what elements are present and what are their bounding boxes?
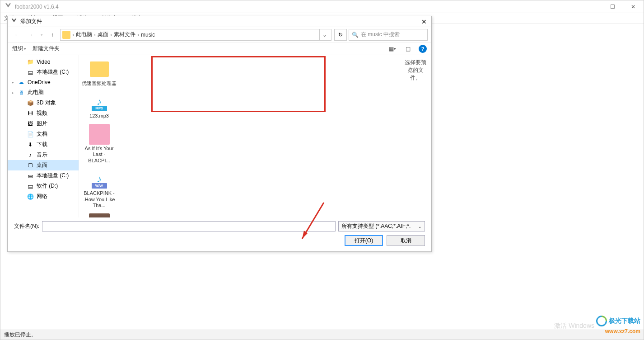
- sidebar[interactable]: 📁Video🖴本地磁盘 (C:)▸☁OneDrive▸🖥此电脑📦3D 对象🎞视频…: [8, 55, 79, 217]
- sidebar-item-label: 3D 对象: [37, 99, 56, 107]
- preview-hint: 选择要预览的文件。: [405, 59, 426, 81]
- dialog-titlebar: 添加文件 ✕: [8, 16, 431, 27]
- sidebar-item[interactable]: 📦3D 对象: [8, 98, 79, 108]
- search-box[interactable]: 🔍 在 music 中搜索: [349, 29, 428, 41]
- svg-marker-1: [302, 231, 308, 239]
- sidebar-item-label: 此电脑: [28, 89, 44, 96]
- file-thumb: [89, 124, 110, 145]
- new-folder-button[interactable]: 新建文件夹: [33, 45, 60, 52]
- sidebar-item-label: Video: [37, 59, 50, 65]
- sidebar-item-label: 软件 (D:): [37, 182, 58, 190]
- preview-pane-toggle[interactable]: ◫: [403, 44, 412, 53]
- dialog-toolbar: 组织 ▾ 新建文件夹 ▦ ▾ ◫ ?: [8, 42, 431, 55]
- dialog-body: 📁Video🖴本地磁盘 (C:)▸☁OneDrive▸🖥此电脑📦3D 对象🎞视频…: [8, 55, 431, 217]
- sidebar-item-label: 网络: [37, 193, 47, 200]
- file-item[interactable]: ♪WAVBLACKPINK - .How You Like Tha...: [82, 169, 117, 209]
- sidebar-item[interactable]: ▸🖥此电脑: [8, 87, 79, 98]
- crumb-folder2[interactable]: music: [141, 32, 155, 38]
- file-area: 优速音频处理器♪MP3123.mp3As If It's Your Last -…: [79, 55, 431, 217]
- status-text: 播放已停止。: [4, 331, 37, 339]
- dialog-icon: [10, 18, 18, 25]
- app-title: foobar2000 v1.6.4: [15, 4, 59, 10]
- dialog-footer: 文件名(N): 所有支持类型 (*.AAC;*.AIF;*. ⌄ 打开(O) 取…: [8, 217, 431, 251]
- file-item[interactable]: As If It's Your Last - BLACPI...: [82, 124, 117, 164]
- sidebar-item[interactable]: 🖴软件 (D:): [8, 181, 79, 191]
- open-button[interactable]: 打开(O): [345, 235, 383, 246]
- nav-forward-button[interactable]: →: [25, 29, 37, 41]
- nav-recent-dropdown[interactable]: ▾: [38, 29, 45, 41]
- crumb-folder1[interactable]: 素材文件: [114, 31, 135, 38]
- sidebar-item[interactable]: ⬇下载: [8, 139, 79, 150]
- chevron-down-icon: ⌄: [418, 224, 422, 229]
- preview-pane: 选择要预览的文件。: [399, 55, 431, 217]
- app-icon: [4, 3, 12, 11]
- folder-icon: [62, 31, 70, 39]
- sidebar-item-label: 音乐: [37, 151, 47, 159]
- filetype-select[interactable]: 所有支持类型 (*.AAC;*.AIF;*. ⌄: [338, 221, 425, 231]
- status-bar: 播放已停止。: [0, 330, 644, 340]
- dialog-close-button[interactable]: ✕: [420, 17, 429, 26]
- sidebar-item-label: 桌面: [37, 161, 47, 169]
- sidebar-item[interactable]: 🌐网络: [8, 191, 79, 202]
- refresh-button[interactable]: ↻: [334, 29, 347, 41]
- sidebar-item[interactable]: 🖴本地磁盘 (C:): [8, 170, 79, 181]
- file-thumb: ♪MP3: [89, 91, 110, 112]
- annotation-highlight-box: [151, 56, 326, 112]
- sidebar-item[interactable]: 📄文档: [8, 129, 79, 139]
- file-thumb: [89, 59, 110, 80]
- filetype-text: 所有支持类型 (*.AAC;*.AIF;*.: [341, 222, 411, 230]
- site-watermark-url: www.xz7.com: [605, 328, 640, 335]
- sidebar-item[interactable]: 🖴本地磁盘 (C:): [8, 67, 79, 77]
- help-button[interactable]: ?: [419, 45, 427, 53]
- sidebar-item-label: 下载: [37, 141, 47, 148]
- sidebar-item[interactable]: 📁Video: [8, 57, 79, 67]
- sidebar-item-label: 本地磁盘 (C:): [37, 172, 69, 179]
- sidebar-item-label: 本地磁盘 (C:): [37, 68, 69, 76]
- nav-up-button[interactable]: ↑: [47, 29, 58, 41]
- site-watermark-logo: 极光下载站: [596, 316, 640, 326]
- sidebar-item-label: 视频: [37, 109, 47, 117]
- file-label: As If It's Your Last - BLACPI...: [82, 146, 117, 164]
- maximize-button[interactable]: ☐: [602, 0, 623, 13]
- file-thumb: ♪WAV: [89, 169, 110, 189]
- sidebar-item[interactable]: 🎞视频: [8, 108, 79, 118]
- file-label: 优速音频处理器: [82, 80, 117, 87]
- filename-label: 文件名(N):: [14, 222, 39, 230]
- file-open-dialog: 添加文件 ✕ ← → ▾ ↑ › 此电脑 › 桌面 › 素材文件 › music…: [7, 16, 432, 252]
- cancel-button[interactable]: 取消: [387, 235, 425, 246]
- file-item[interactable]: 优速音频处理器: [82, 59, 117, 87]
- dialog-nav: ← → ▾ ↑ › 此电脑 › 桌面 › 素材文件 › music ⌄ ↻ 🔍 …: [8, 27, 431, 42]
- filename-input[interactable]: [42, 221, 336, 231]
- sidebar-item-label: OneDrive: [28, 79, 51, 85]
- activate-windows-watermark: 激活 Windows: [554, 322, 594, 330]
- sidebar-item-label: 文档: [37, 130, 47, 138]
- view-mode-button[interactable]: ▦ ▾: [388, 44, 397, 53]
- main-titlebar: foobar2000 v1.6.4 ─ ☐ ✕: [0, 0, 644, 13]
- sidebar-item[interactable]: 🖼图片: [8, 118, 79, 129]
- breadcrumb-dropdown[interactable]: ⌄: [319, 29, 329, 40]
- file-label: 123.mp3: [89, 113, 109, 119]
- crumb-desktop[interactable]: 桌面: [98, 31, 108, 38]
- minimize-button[interactable]: ─: [581, 0, 602, 13]
- file-label: BLACKPINK - .How You Like Tha...: [82, 190, 117, 209]
- file-item[interactable]: ♪MP3123.mp3: [82, 91, 117, 119]
- sidebar-item-label: 图片: [37, 120, 47, 128]
- organize-menu[interactable]: 组织 ▾: [12, 45, 26, 52]
- sidebar-item[interactable]: ♪音乐: [8, 150, 79, 160]
- crumb-pc[interactable]: 此电脑: [76, 31, 92, 38]
- dialog-title: 添加文件: [20, 18, 42, 25]
- file-grid[interactable]: 优速音频处理器♪MP3123.mp3As If It's Your Last -…: [79, 55, 399, 217]
- sidebar-item[interactable]: ▸☁OneDrive: [8, 77, 79, 87]
- sidebar-item[interactable]: 🖵桌面: [8, 160, 79, 170]
- search-placeholder: 在 music 中搜索: [361, 31, 400, 38]
- search-icon: 🔍: [352, 32, 358, 38]
- chevron-right-icon: ›: [72, 32, 74, 38]
- file-thumb: [89, 213, 110, 217]
- close-button[interactable]: ✕: [623, 0, 644, 13]
- file-item[interactable]: DDU-DU DDU-DU(Korean Ver.) - BLA...: [82, 213, 117, 217]
- nav-back-button[interactable]: ←: [11, 29, 23, 41]
- breadcrumb[interactable]: › 此电脑 › 桌面 › 素材文件 › music ⌄: [60, 29, 331, 41]
